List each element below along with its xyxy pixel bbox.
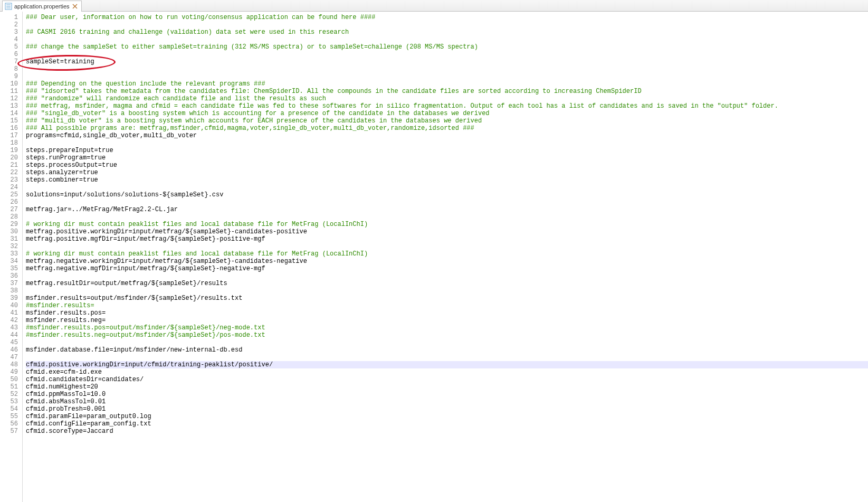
code-line[interactable] [26, 73, 868, 80]
code-line[interactable]: cfmid.scoreType=Jaccard [26, 428, 868, 435]
line-number: 36 [3, 272, 18, 280]
line-number: 24 [3, 184, 18, 191]
line-number: 55 [3, 413, 18, 420]
tab-filename: application.properties [14, 3, 70, 10]
code-line[interactable]: cfmid.configFile=param_config.txt [26, 420, 868, 428]
code-line[interactable]: cfmid.ppmMassTol=10.0 [26, 391, 868, 398]
line-number: 49 [3, 368, 18, 376]
code-line[interactable]: msfinder.results.pos= [26, 309, 868, 317]
code-line[interactable] [26, 243, 868, 250]
line-number: 40 [3, 302, 18, 309]
line-number: 7 [3, 58, 18, 65]
code-line[interactable]: programs=cfmid,single_db_voter,multi_db_… [26, 132, 868, 139]
line-number: 39 [3, 295, 18, 302]
line-number: 44 [3, 331, 18, 339]
code-line[interactable]: ### "multi_db voter" is a boosting syste… [26, 117, 868, 125]
code-line[interactable]: metfrag.positive.mgfDir=input/metfrag/${… [26, 235, 868, 243]
line-number: 43 [3, 324, 18, 331]
line-number: 14 [3, 110, 18, 117]
code-line[interactable]: ### "idsorted" takes the metadata from t… [26, 88, 868, 95]
code-area[interactable]: ### Dear user, information on how to run… [23, 12, 868, 502]
line-number: 25 [3, 191, 18, 198]
line-number: 3 [3, 29, 18, 36]
code-line[interactable]: cfmid.paramFile=param_output0.log [26, 413, 868, 420]
line-number: 2 [3, 21, 18, 29]
code-line[interactable]: ### "single_db_voter" is a boosting syst… [26, 110, 868, 117]
code-line[interactable]: cfmid.numHighest=20 [26, 383, 868, 391]
line-number: 15 [3, 117, 18, 125]
code-line[interactable]: metfrag.jar=../MetFrag/MetFrag2.2-CL.jar [26, 206, 868, 213]
code-line[interactable] [26, 51, 868, 58]
code-line[interactable]: ## CASMI 2016 training and challenge (va… [26, 29, 868, 36]
line-number: 38 [3, 287, 18, 295]
code-line[interactable] [26, 198, 868, 206]
code-line[interactable]: msfinder.results.neg= [26, 317, 868, 324]
line-number: 32 [3, 243, 18, 250]
line-number: 10 [3, 80, 18, 88]
line-number: 27 [3, 206, 18, 213]
line-number: 17 [3, 132, 18, 139]
code-line[interactable] [26, 272, 868, 280]
line-number: 45 [3, 339, 18, 346]
code-line[interactable]: steps.combiner=true [26, 176, 868, 184]
line-number: 47 [3, 354, 18, 361]
code-line[interactable]: ### Dear user, information on how to run… [26, 14, 868, 21]
line-number: 16 [3, 125, 18, 132]
code-line[interactable]: steps.prepareInput=true [26, 147, 868, 154]
code-line[interactable] [26, 184, 868, 191]
line-number: 54 [3, 405, 18, 413]
code-line[interactable]: ### "randomize" will randomize each cand… [26, 95, 868, 102]
code-line[interactable] [26, 139, 868, 147]
code-line[interactable]: cfmid.positive.workingDir=input/cfmid/tr… [26, 361, 868, 368]
code-line[interactable]: metfrag.negative.mgfDir=input/metfrag/${… [26, 265, 868, 272]
code-line[interactable]: solutions=input/solutions/solutions-${sa… [26, 191, 868, 198]
line-number: 35 [3, 265, 18, 272]
line-number: 11 [3, 88, 18, 95]
code-line[interactable]: ### All possible prgrams are: metfrag,ms… [26, 125, 868, 132]
code-line[interactable]: cfmid.exe=cfm-id.exe [26, 368, 868, 376]
code-line[interactable] [26, 36, 868, 43]
code-line[interactable]: steps.analyzer=true [26, 169, 868, 176]
code-line[interactable]: #msfinder.results.neg=output/msfinder/${… [26, 331, 868, 339]
code-line[interactable]: cfmid.absMassTol=0.01 [26, 398, 868, 405]
code-line[interactable]: metfrag.positive.workingDir=input/metfra… [26, 228, 868, 235]
line-number: 52 [3, 391, 18, 398]
code-line[interactable]: metfrag.negative.workingDir=input/metfra… [26, 258, 868, 265]
line-number: 9 [3, 73, 18, 80]
code-line[interactable] [26, 354, 868, 361]
close-tab-icon[interactable] [72, 3, 78, 10]
code-line[interactable]: # working dir must contain peaklist file… [26, 250, 868, 258]
code-line[interactable]: #msfinder.results= [26, 302, 868, 309]
code-line[interactable]: ### metfrag, msfinder, magma and cfmid =… [26, 102, 868, 110]
code-line[interactable]: ### change the sampleSet to either sampl… [26, 43, 868, 51]
line-number: 56 [3, 420, 18, 428]
code-line[interactable]: sampleSet=training [26, 58, 868, 65]
line-number: 33 [3, 250, 18, 258]
line-number: 23 [3, 176, 18, 184]
code-editor[interactable]: 1234567891011121314151617181920212223242… [0, 12, 868, 502]
code-line[interactable]: msfinder.database.file=input/msfinder/ne… [26, 346, 868, 354]
line-number: 19 [3, 147, 18, 154]
line-number: 29 [3, 221, 18, 228]
code-line[interactable]: cfmid.candidatesDir=candidates/ [26, 376, 868, 383]
code-line[interactable]: # working dir must contain peaklist file… [26, 221, 868, 228]
code-line[interactable] [26, 213, 868, 221]
code-line[interactable] [26, 21, 868, 29]
code-line[interactable]: cfmid.probTresh=0.001 [26, 405, 868, 413]
line-number: 48 [3, 361, 18, 368]
line-number: 12 [3, 95, 18, 102]
code-line[interactable]: ### Depending on the question include th… [26, 80, 868, 88]
code-line[interactable]: msfinder.results=output/msfinder/${sampl… [26, 295, 868, 302]
code-line[interactable] [26, 287, 868, 295]
code-line[interactable]: metfrag.resultDir=output/metfrag/${sampl… [26, 280, 868, 287]
code-line[interactable]: #msfinder.results.pos=output/msfinder/${… [26, 324, 868, 331]
editor-tab[interactable]: application.properties [2, 1, 82, 12]
line-number: 31 [3, 235, 18, 243]
line-number: 46 [3, 346, 18, 354]
code-line[interactable]: steps.runProgram=true [26, 154, 868, 162]
code-line[interactable]: steps.processOutput=true [26, 162, 868, 169]
line-number: 53 [3, 398, 18, 405]
line-number-gutter: 1234567891011121314151617181920212223242… [0, 12, 23, 502]
code-line[interactable] [26, 65, 868, 73]
code-line[interactable] [26, 339, 868, 346]
